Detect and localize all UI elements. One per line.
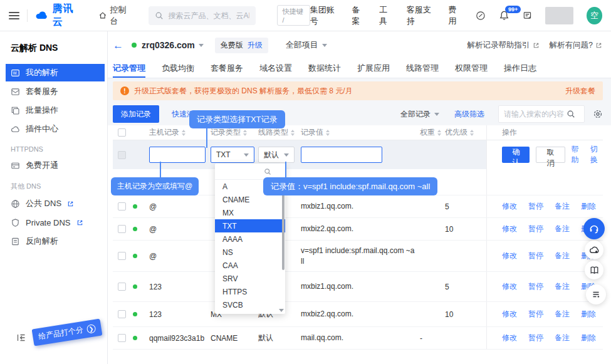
record-type-select[interactable]: TXT [211,147,254,163]
collapse-sidebar-icon[interactable] [16,333,26,343]
sidebar-item-reverse-dns[interactable]: 反向解析 [0,232,105,250]
col-line[interactable]: 线路类型 [258,127,301,138]
sidebar-item-public-dns[interactable]: 公共 DNS [0,195,105,212]
record-value-input[interactable] [301,147,382,163]
tab-load-balance[interactable]: 负载均衡 [162,59,194,78]
tab-statistics[interactable]: 数据统计 [308,59,341,78]
help-guide-link[interactable]: 解析记录帮助指引 [467,40,540,51]
type-option-svcb[interactable]: SVCB [215,298,285,311]
notifications[interactable]: 99+ [499,10,509,21]
sidebar-item-free-activate[interactable]: 免费开通 [0,157,105,174]
record-filter-dropdown[interactable]: 全部记录 [400,109,439,120]
type-option-aaaa[interactable]: AAAA [215,232,285,246]
cloud-assistant-button[interactable] [585,241,603,259]
sidebar-item-plugin-center[interactable]: 插件中心 [0,120,105,138]
type-option-ns[interactable]: NS [215,246,285,259]
chevron-down-icon[interactable] [199,44,204,47]
select-all-checkbox[interactable] [118,128,126,137]
tab-records[interactable]: 记录管理 [113,59,145,78]
pause-link[interactable]: 暂停 [528,309,543,320]
nav-icp[interactable]: 备案 [352,4,366,27]
col-host[interactable]: 主机记录 [149,127,211,138]
domain-name[interactable]: zrq0326.com [142,40,195,50]
banner-upgrade-link[interactable]: 升级套餐 [565,86,595,96]
confirm-button[interactable]: 确认 [502,147,530,163]
type-option-https[interactable]: HTTPS [215,285,285,298]
survey-list-button[interactable] [586,284,606,304]
tab-lines[interactable]: 线路管理 [406,59,439,78]
console-link[interactable]: 控制台 [98,4,133,27]
sort-icon[interactable] [437,130,441,136]
modify-link[interactable]: 修改 [502,224,517,234]
row-checkbox[interactable] [118,310,126,318]
tencent-cloud-logo[interactable]: 腾讯云 [35,3,82,29]
row-checkbox[interactable] [118,202,126,211]
tab-permissions[interactable]: 权限管理 [455,59,488,78]
help-link[interactable]: 帮助 [572,144,584,165]
modify-link[interactable]: 修改 [502,281,517,292]
back-arrow[interactable]: ← [113,40,123,51]
docs-button[interactable] [585,261,603,279]
orders-icon[interactable] [523,10,532,21]
dropdown-scroll-arrow[interactable] [279,309,284,312]
cancel-button[interactable]: 取消 [536,147,565,163]
nav-tools[interactable]: 工具 [379,4,394,27]
sidebar-item-batch-ops[interactable]: 批量操作 [0,101,105,119]
sort-icon[interactable] [243,130,247,136]
nav-billing[interactable]: 费用 [448,4,462,27]
col-priority[interactable]: 优先级 [445,127,486,138]
type-option-caa[interactable]: CAA [215,259,285,272]
sidebar-item-private-dns[interactable]: Private DNS [0,214,105,231]
host-record-input[interactable] [149,147,206,163]
type-option-txt[interactable]: TXT [215,219,285,232]
project-filter[interactable]: 全部项目 [286,39,327,51]
masked-username[interactable] [545,7,574,24]
advanced-filter-button[interactable]: 高级筛选 [454,109,484,120]
remark-link[interactable]: 备注 [555,333,570,343]
record-search[interactable] [498,105,585,123]
avatar[interactable]: 空 [587,7,602,24]
pause-link[interactable]: 暂停 [528,333,543,343]
row-checkbox[interactable] [118,334,126,342]
remark-link[interactable]: 备注 [555,224,570,234]
row-checkbox[interactable] [118,283,126,291]
tab-extensions[interactable]: 扩展应用 [357,59,390,78]
delete-link[interactable]: 删除 [581,309,596,320]
global-search-input[interactable] [168,11,249,20]
col-type[interactable]: 记录类型 [211,127,258,138]
switch-link[interactable]: 切换 [590,144,603,165]
remark-link[interactable]: 备注 [555,281,570,292]
support-chat-button[interactable] [583,218,605,239]
row-checkbox[interactable] [118,252,126,260]
upgrade-link[interactable]: 升级 [248,40,263,51]
sidebar-item-my-dns[interactable]: W. 我的解析 [6,64,105,81]
col-value[interactable]: 记录值 [301,127,420,138]
tab-domain-settings[interactable]: 域名设置 [259,59,292,78]
delete-link[interactable]: 删除 [581,201,596,212]
sort-icon[interactable] [291,130,295,136]
nav-group-account[interactable]: 集团账号 [310,4,339,27]
sort-icon[interactable] [182,130,185,136]
col-weight[interactable]: 权重 [420,127,445,138]
assistant-icon[interactable] [476,10,486,21]
sidebar-item-package-service[interactable]: 套餐服务 [0,83,105,100]
remark-link[interactable]: 备注 [555,201,570,212]
row-checkbox[interactable] [118,225,126,233]
sort-icon[interactable] [470,130,474,136]
sort-icon[interactable] [326,130,330,136]
modify-link[interactable]: 修改 [502,333,517,343]
modify-link[interactable]: 修改 [502,309,517,320]
tab-logs[interactable]: 操作日志 [504,59,536,78]
remark-link[interactable]: 备注 [555,309,570,320]
modify-link[interactable]: 修改 [502,251,517,261]
hamburger-icon[interactable] [9,12,19,19]
type-option-srv[interactable]: SRV [215,272,285,285]
dropdown-scrollbar[interactable] [282,182,285,270]
search-icon[interactable] [567,110,575,118]
add-record-button[interactable]: 添加记录 [113,105,159,123]
modify-link[interactable]: 修改 [502,201,517,212]
pause-link[interactable]: 暂停 [528,201,543,212]
gear-icon[interactable] [593,109,603,119]
help-problem-link[interactable]: 解析有问题? [550,40,602,51]
pause-link[interactable]: 暂停 [528,224,543,234]
